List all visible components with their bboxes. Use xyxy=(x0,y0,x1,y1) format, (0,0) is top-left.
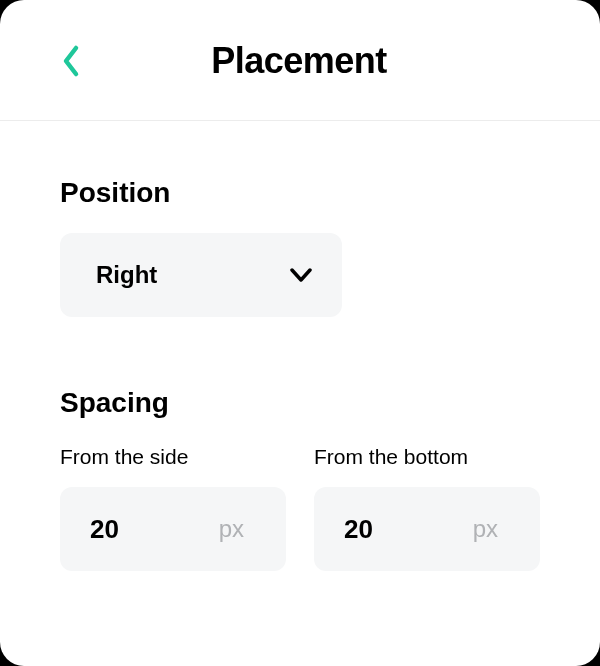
spacing-bottom-input[interactable] xyxy=(344,514,444,545)
page-title: Placement xyxy=(58,40,540,82)
spacing-bottom-col: From the bottom px xyxy=(314,445,540,571)
content: Position Right Spacing From the side px … xyxy=(0,121,600,611)
spacing-side-input[interactable] xyxy=(90,514,190,545)
position-section-label: Position xyxy=(60,177,540,209)
spacing-bottom-label: From the bottom xyxy=(314,445,540,469)
spacing-side-input-wrap[interactable]: px xyxy=(60,487,286,571)
spacing-section-label: Spacing xyxy=(60,387,540,419)
chevron-down-icon xyxy=(290,268,312,282)
spacing-bottom-unit: px xyxy=(473,515,510,543)
header: Placement xyxy=(0,0,600,121)
spacing-section: Spacing From the side px From the bottom… xyxy=(60,387,540,571)
position-select-value: Right xyxy=(96,261,157,289)
spacing-side-col: From the side px xyxy=(60,445,286,571)
spacing-side-unit: px xyxy=(219,515,256,543)
spacing-bottom-input-wrap[interactable]: px xyxy=(314,487,540,571)
spacing-row: From the side px From the bottom px xyxy=(60,445,540,571)
placement-panel: Placement Position Right Spacing From th… xyxy=(0,0,600,666)
spacing-side-label: From the side xyxy=(60,445,286,469)
position-select[interactable]: Right xyxy=(60,233,342,317)
